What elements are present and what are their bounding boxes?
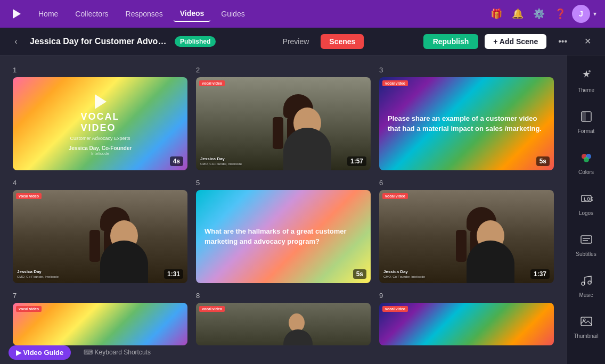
nav-icons: 🎁 🔔 ⚙️ ❓ J ▾ xyxy=(487,4,596,23)
subtitles-label: Subtitles xyxy=(576,251,596,257)
scene-item-6: 6 vocal video Jessica DayCMO, Co-Founder… xyxy=(379,179,554,283)
video-guide-button[interactable]: ▶ Video Guide xyxy=(9,345,71,360)
avatar-chevron-icon[interactable]: ▾ xyxy=(593,10,596,18)
scene-duration-2: 1:57 xyxy=(347,156,366,166)
scene-number-5: 5 xyxy=(196,179,200,187)
nav-home[interactable]: Home xyxy=(32,6,64,21)
svg-text:LOGO: LOGO xyxy=(584,196,593,202)
add-scene-button[interactable]: + Add Scene xyxy=(485,34,546,49)
scene-number-7: 7 xyxy=(13,292,17,300)
thumbnail-icon xyxy=(578,313,595,330)
grid-row-2: 4 vocal video Jessica DayCMO, Co-Founder… xyxy=(13,179,554,283)
republish-button[interactable]: Republish xyxy=(423,34,479,49)
svg-point-7 xyxy=(584,157,589,162)
scene-thumb-4[interactable]: vocal video Jessica DayCMO, Co-Founder, … xyxy=(13,190,187,283)
right-sidebar: Theme Format Colors xyxy=(567,55,605,364)
format-icon xyxy=(578,108,595,125)
scene-item-5: 5 What are the hallmarks of a great cust… xyxy=(196,179,371,283)
watermark-7: vocal video xyxy=(16,306,42,312)
vocal-name: Jessica Day, Co-Founder xyxy=(69,145,132,151)
main-layout: 1 VOCALVIDEO Customer Advocacy Experts J… xyxy=(0,55,605,364)
svg-rect-10 xyxy=(581,236,592,243)
scenes-grid: 1 VOCALVIDEO Customer Advocacy Experts J… xyxy=(0,55,567,364)
watermark-8: vocal video xyxy=(199,306,225,312)
sidebar-tool-thumbnail[interactable]: Thumbnail xyxy=(567,305,605,346)
scene-thumb-1[interactable]: VOCALVIDEO Customer Advocacy Experts Jes… xyxy=(13,77,187,170)
scene-thumb-7[interactable]: vocal video xyxy=(13,303,187,345)
keyboard-shortcuts-button[interactable]: ⌨ Keyboard Shortcuts xyxy=(84,349,151,356)
watermark-2: vocal video xyxy=(199,80,225,86)
scene3-text: Please share an example of a customer vi… xyxy=(388,114,545,133)
svg-marker-1 xyxy=(95,94,107,109)
svg-rect-4 xyxy=(582,112,586,121)
scene-item-3: 3 vocal video Please share an example of… xyxy=(379,66,554,170)
watermark-6: vocal video xyxy=(382,193,408,199)
music-icon xyxy=(578,272,595,289)
logos-icon: LOGO xyxy=(578,190,595,207)
vocal-sub: Customer Advocacy Experts xyxy=(70,136,130,141)
sidebar-tool-music[interactable]: Music xyxy=(567,264,605,305)
scene-duration-3: 5s xyxy=(536,156,550,166)
music-label: Music xyxy=(579,292,593,298)
scene-number-4: 4 xyxy=(13,179,17,187)
nav-videos[interactable]: Videos xyxy=(174,6,211,22)
scene-thumb-8[interactable]: vocal video xyxy=(196,303,371,345)
svg-point-16 xyxy=(583,319,585,321)
scene-item-7: 7 vocal video xyxy=(13,292,187,345)
scene-thumb-2[interactable]: vocal video Jessica DayCMO, Co-Founder, … xyxy=(196,77,371,170)
scene-item-2: 2 vocal video Jessica DayCMO, Co-Founder… xyxy=(196,66,371,170)
nav-guides[interactable]: Guides xyxy=(215,6,251,21)
back-button[interactable]: ‹ xyxy=(9,34,23,49)
nav-collectors[interactable]: Collectors xyxy=(69,6,115,21)
scene-duration-6: 1:37 xyxy=(530,269,550,279)
close-button[interactable]: ✕ xyxy=(579,33,596,49)
scene-duration-1: 4s xyxy=(170,156,183,166)
scene-number-6: 6 xyxy=(379,179,383,187)
watermark-9: vocal video xyxy=(382,306,408,312)
preview-button[interactable]: Preview xyxy=(275,34,317,49)
sidebar-tool-logos[interactable]: LOGO Logos xyxy=(567,183,605,224)
scenes-button[interactable]: Scenes xyxy=(321,34,364,49)
scene-item-9: 9 vocal video xyxy=(379,292,554,345)
svg-marker-0 xyxy=(13,9,21,19)
scene-item-4: 4 vocal video Jessica DayCMO, Co-Founder… xyxy=(13,179,187,283)
scene-thumb-3[interactable]: vocal video Please share an example of a… xyxy=(379,77,554,170)
theme-icon xyxy=(578,67,595,84)
person-label-6: Jessica DayCMO, Co-Founder, Intelicode xyxy=(383,269,425,279)
scene-thumb-5[interactable]: What are the hallmarks of a great custom… xyxy=(196,190,371,283)
scene-number-8: 8 xyxy=(196,292,200,300)
colors-label: Colors xyxy=(578,169,594,175)
subtitles-icon xyxy=(578,231,595,248)
grid-row-3: 7 vocal video 8 vocal video xyxy=(13,292,554,345)
settings-icon[interactable]: ⚙️ xyxy=(529,4,549,23)
sidebar-tool-theme[interactable]: Theme xyxy=(567,60,605,101)
bell-icon[interactable]: 🔔 xyxy=(508,4,527,23)
user-avatar[interactable]: J xyxy=(572,5,590,23)
watermark-3: vocal video xyxy=(382,80,408,86)
scene-thumb-6[interactable]: vocal video Jessica DayCMO, Co-Founder, … xyxy=(379,190,554,283)
more-options-button[interactable]: ••• xyxy=(553,34,573,49)
scene5-text: What are the hallmarks of a great custom… xyxy=(205,227,362,246)
help-icon[interactable]: ❓ xyxy=(551,4,570,23)
sidebar-tool-subtitles[interactable]: Subtitles xyxy=(567,224,605,264)
thumbnail-label: Thumbnail xyxy=(574,333,599,339)
scene-item-8: 8 vocal video xyxy=(196,292,371,345)
sidebar-tool-colors[interactable]: Colors xyxy=(567,142,605,183)
sidebar-tool-format[interactable]: Format xyxy=(567,101,605,142)
gift-icon[interactable]: 🎁 xyxy=(487,4,506,23)
scene-duration-5: 5s xyxy=(353,269,366,279)
top-nav: Home Collectors Responses Videos Guides … xyxy=(0,0,605,28)
grid-row-1: 1 VOCALVIDEO Customer Advocacy Experts J… xyxy=(13,66,554,170)
footer-bar: ▶ Video Guide ⌨ Keyboard Shortcuts xyxy=(0,341,159,364)
svg-point-13 xyxy=(582,282,585,285)
scene-thumb-9[interactable]: vocal video xyxy=(379,303,554,345)
watermark-4: vocal video xyxy=(16,193,42,199)
page-title: Jessica Day for Customer Advoc... xyxy=(30,37,168,46)
svg-point-14 xyxy=(588,281,591,284)
sub-header-actions: Preview Scenes xyxy=(275,34,364,49)
scene-number-2: 2 xyxy=(196,66,200,74)
nav-responses[interactable]: Responses xyxy=(119,6,169,21)
colors-icon xyxy=(578,149,595,166)
logos-label: Logos xyxy=(579,210,593,216)
scene-item-1: 1 VOCALVIDEO Customer Advocacy Experts J… xyxy=(13,66,187,170)
